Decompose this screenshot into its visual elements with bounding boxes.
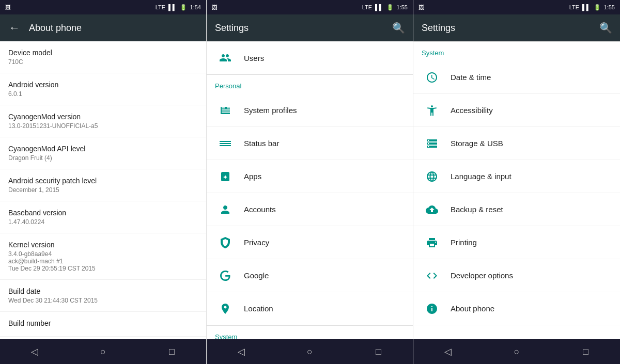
cyanogenmod-version-item[interactable]: CyanogenMod version 13.0-20151231-UNOFFI… [0,105,206,137]
toolbar-1: ← About phone [0,14,206,41]
printing-item[interactable]: Printing [413,226,620,259]
nav-back-1[interactable]: ◁ [24,346,45,357]
status-bar-2: 🖼 LTE ▌▌ 🔋 1:55 [207,0,413,14]
settings-personal-panel: 🖼 LTE ▌▌ 🔋 1:55 Settings 🔍 Users Persona… [207,0,413,364]
accessibility-item[interactable]: Accessibility [413,94,620,127]
privacy-icon [215,232,236,253]
nav-recents-3[interactable]: □ [575,346,596,357]
device-model-value: 710C [8,58,198,66]
storage-usb-item[interactable]: Storage & USB [413,127,620,160]
status-right-info: LTE ▌▌ 🔋 1:54 [156,4,201,11]
about-phone-content: Device model 710C Android version 6.0.1 … [0,41,206,339]
accounts-item[interactable]: Accounts [207,193,413,226]
android-version-value: 6.0.1 [8,90,198,98]
status-bar-label: Status bar [244,139,279,148]
settings-system-content: System Date & time Accessibility Storage… [413,41,620,339]
date-time-icon [422,67,442,88]
nav-home-3[interactable]: ○ [506,346,527,357]
developer-options-item[interactable]: Developer options [413,259,620,292]
backup-reset-item[interactable]: Backup & reset [413,193,620,226]
accounts-label: Accounts [244,205,276,214]
signal-lte-3: LTE [569,4,579,10]
apps-label: Apps [244,172,261,181]
status-left-icons: 🖼 [5,4,11,10]
gallery-icon-3: 🖼 [419,4,424,10]
language-input-icon [422,166,442,187]
cyanogenmod-api-label: CyanogenMod API level [8,145,198,153]
signal-bars-3: ▌▌ [582,4,591,10]
battery-icon-3: 🔋 [594,4,601,11]
cyanogenmod-version-value: 13.0-20151231-UNOFFICIAL-a5 [8,122,198,130]
about-phone-settings-icon [422,298,442,319]
system-profiles-label: System profiles [244,106,297,115]
kernel-version-item[interactable]: Kernel version 3.4.0-gb8aa9e4 ack@build-… [0,233,206,280]
cyanogenmod-version-label: CyanogenMod version [8,113,198,121]
signal-bars-2: ▌▌ [375,4,383,10]
nav-back-3[interactable]: ◁ [438,346,458,357]
location-icon [215,298,236,319]
printing-label: Printing [451,238,477,247]
apps-item[interactable]: Apps [207,160,413,193]
privacy-item[interactable]: Privacy [207,226,413,259]
signal-bars: ▌▌ [168,4,177,10]
toolbar-title-1: About phone [29,23,198,34]
date-time-label: Date & time [451,73,491,82]
users-item[interactable]: Users [207,41,413,74]
status-bar-3: 🖼 LTE ▌▌ 🔋 1:55 [413,0,620,14]
about-phone-settings-item[interactable]: About phone [413,292,620,325]
settings-system-panel: 🖼 LTE ▌▌ 🔋 1:55 Settings 🔍 System Date &… [413,0,620,364]
cyanogenmod-api-item[interactable]: CyanogenMod API level Dragon Fruit (4) [0,137,206,169]
date-time-item[interactable]: Date & time [413,61,620,94]
accessibility-icon [422,100,442,121]
developer-options-label: Developer options [451,271,513,280]
nav-bar-1: ◁ ○ □ [0,339,206,364]
system-section-header-2: System [207,326,413,339]
apps-icon [215,166,236,187]
system-profiles-item[interactable]: System profiles [207,94,413,127]
status-left-icons-2: 🖼 [212,4,218,10]
about-phone-settings-label: About phone [451,304,494,313]
backup-reset-icon [422,199,442,220]
search-button-2[interactable]: 🔍 [392,22,405,34]
nav-home-2[interactable]: ○ [300,346,320,357]
privacy-label: Privacy [244,238,269,247]
google-item[interactable]: Google [207,259,413,292]
gallery-icon: 🖼 [5,4,11,10]
security-patch-label: Android security patch level [8,177,198,185]
build-number-item[interactable]: Build number [0,312,206,337]
toolbar-title-2: Settings [215,23,384,34]
storage-usb-label: Storage & USB [451,139,503,148]
build-date-label: Build date [8,287,198,295]
android-version-item[interactable]: Android version 6.0.1 [0,73,206,105]
build-date-item[interactable]: Build date Wed Dec 30 21:44:30 CST 2015 [0,280,206,312]
accessibility-label: Accessibility [451,106,493,115]
language-input-item[interactable]: Language & input [413,160,620,193]
nav-recents-1[interactable]: □ [162,346,182,357]
toolbar-title-3: Settings [422,23,591,34]
settings-personal-content: Users Personal System profiles Status ba… [207,41,413,339]
security-patch-value: December 1, 2015 [8,186,198,194]
search-button-3[interactable]: 🔍 [599,22,612,34]
location-item[interactable]: Location [207,292,413,325]
google-label: Google [244,271,269,280]
nav-home-1[interactable]: ○ [93,346,114,357]
device-model-item[interactable]: Device model 710C [0,41,206,73]
about-phone-panel: 🖼 LTE ▌▌ 🔋 1:54 ← About phone Device mod… [0,0,207,364]
baseband-version-item[interactable]: Baseband version 1.47.40.0224 [0,201,206,233]
back-button[interactable]: ← [8,21,21,35]
gallery-icon-2: 🖼 [212,4,218,10]
security-patch-item[interactable]: Android security patch level December 1,… [0,169,206,201]
accounts-icon [215,199,236,220]
time-display-2: 1:55 [397,4,408,10]
status-right-info-3: LTE ▌▌ 🔋 1:55 [569,4,615,11]
time-display: 1:54 [190,4,201,10]
build-number-label: Build number [8,319,198,327]
status-bar-item[interactable]: Status bar [207,127,413,160]
storage-usb-icon [422,133,442,154]
nav-back-2[interactable]: ◁ [231,346,252,357]
android-version-label: Android version [8,81,198,89]
signal-lte-2: LTE [362,4,372,10]
cyanogenmod-api-value: Dragon Fruit (4) [8,154,198,162]
nav-recents-2[interactable]: □ [368,346,389,357]
baseband-version-label: Baseband version [8,209,198,217]
